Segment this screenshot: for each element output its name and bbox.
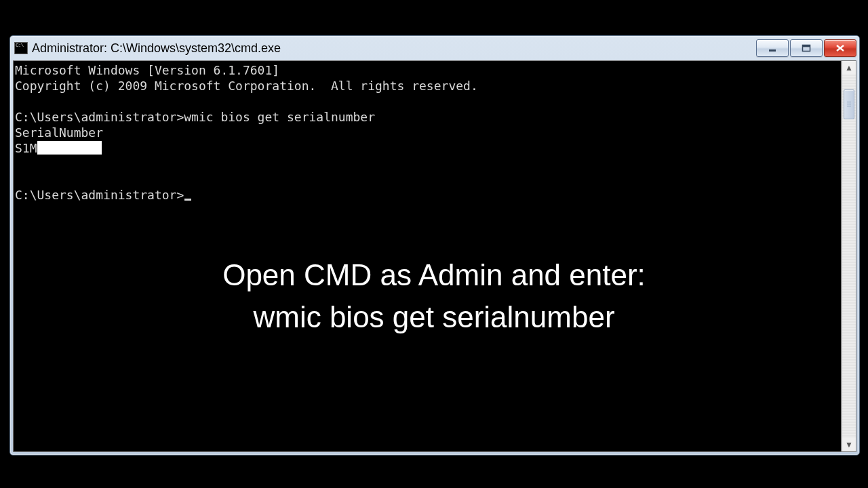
svg-rect-2 [803,45,810,47]
scroll-thumb[interactable] [844,89,854,119]
console-output-value: S1M [15,141,37,155]
scroll-up-arrow-icon[interactable]: ▲ [842,61,856,75]
console-header-line2: Copyright (c) 2009 Microsoft Corporation… [15,79,478,93]
console-output-header: SerialNumber [15,125,103,140]
console-output[interactable]: Microsoft Windows [Version 6.1.7601] Cop… [14,61,842,451]
maximize-button[interactable] [790,39,823,57]
console-prompt-1: C:\Users\administrator> [15,110,184,124]
vertical-scrollbar[interactable]: ▲ ▼ [842,61,856,451]
cmd-icon [14,42,28,54]
titlebar[interactable]: Administrator: C:\Windows\system32\cmd.e… [10,36,859,60]
svg-rect-0 [769,49,776,52]
maximize-icon [802,44,811,52]
window-title: Administrator: C:\Windows\system32\cmd.e… [32,41,756,56]
client-area: Microsoft Windows [Version 6.1.7601] Cop… [13,60,856,452]
cmd-window: Administrator: C:\Windows\system32\cmd.e… [9,35,860,455]
scroll-down-arrow-icon[interactable]: ▼ [842,438,856,451]
close-icon [835,44,845,52]
console-header-line1: Microsoft Windows [Version 6.1.7601] [15,63,279,77]
close-button[interactable] [824,39,856,57]
minimize-icon [768,44,777,52]
console-prompt-2: C:\Users\administrator> [15,188,184,202]
cursor-icon [184,199,191,201]
minimize-button[interactable] [756,39,789,57]
redacted-block [37,141,102,155]
scroll-track[interactable] [842,75,856,438]
caption-buttons [756,39,856,57]
console-command-1: wmic bios get serialnumber [184,110,375,124]
